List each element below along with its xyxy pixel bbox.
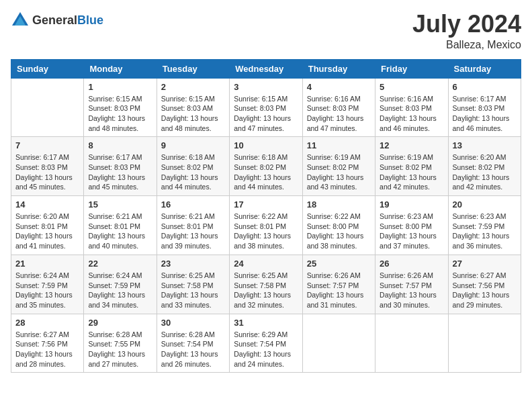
title-block: July 2024 Balleza, Mexico xyxy=(412,11,521,51)
day-number: 18 xyxy=(307,199,371,210)
day-info: Sunrise: 6:25 AMSunset: 7:58 PMDaylight:… xyxy=(161,271,225,310)
calendar-cell: 8Sunrise: 6:17 AMSunset: 8:03 PMDaylight… xyxy=(84,137,157,196)
day-info: Sunrise: 6:20 AMSunset: 8:02 PMDaylight:… xyxy=(453,152,517,192)
day-info: Sunrise: 6:27 AMSunset: 7:56 PMDaylight:… xyxy=(453,271,517,310)
day-info: Sunrise: 6:26 AMSunset: 7:57 PMDaylight:… xyxy=(380,271,443,310)
calendar-cell: 28Sunrise: 6:27 AMSunset: 7:56 PMDayligh… xyxy=(11,314,84,373)
day-info: Sunrise: 6:18 AMSunset: 8:02 PMDaylight:… xyxy=(234,152,298,192)
header-day-saturday: Saturday xyxy=(448,59,521,78)
calendar-cell: 9Sunrise: 6:18 AMSunset: 8:02 PMDaylight… xyxy=(157,137,229,196)
day-number: 2 xyxy=(161,82,225,92)
calendar-cell: 3Sunrise: 6:15 AMSunset: 8:03 PMDaylight… xyxy=(230,78,302,137)
day-info: Sunrise: 6:26 AMSunset: 7:57 PMDaylight:… xyxy=(307,271,371,310)
day-info: Sunrise: 6:24 AMSunset: 7:59 PMDaylight:… xyxy=(15,271,79,310)
day-number: 9 xyxy=(161,140,225,150)
header-day-thursday: Thursday xyxy=(302,59,375,78)
day-number: 15 xyxy=(88,199,152,210)
calendar-cell: 1Sunrise: 6:15 AMSunset: 8:03 PMDaylight… xyxy=(84,78,157,137)
calendar-cell: 27Sunrise: 6:27 AMSunset: 7:56 PMDayligh… xyxy=(448,255,521,314)
day-info: Sunrise: 6:17 AMSunset: 8:03 PMDaylight:… xyxy=(88,152,152,192)
day-info: Sunrise: 6:15 AMSunset: 8:03 PMDaylight:… xyxy=(88,94,152,134)
day-info: Sunrise: 6:28 AMSunset: 7:54 PMDaylight:… xyxy=(161,330,225,369)
day-number: 10 xyxy=(234,140,298,150)
calendar-cell: 18Sunrise: 6:22 AMSunset: 8:00 PMDayligh… xyxy=(302,196,375,255)
day-number: 1 xyxy=(88,82,152,92)
calendar-cell: 11Sunrise: 6:19 AMSunset: 8:02 PMDayligh… xyxy=(302,137,375,196)
logo: GeneralBlue xyxy=(11,11,103,30)
calendar-week-2: 7Sunrise: 6:17 AMSunset: 8:03 PMDaylight… xyxy=(11,137,521,196)
page-header: GeneralBlue July 2024 Balleza, Mexico xyxy=(11,11,521,51)
day-number: 31 xyxy=(234,318,298,328)
day-info: Sunrise: 6:28 AMSunset: 7:55 PMDaylight:… xyxy=(88,330,152,369)
day-number: 8 xyxy=(88,140,152,150)
calendar-cell: 22Sunrise: 6:24 AMSunset: 7:59 PMDayligh… xyxy=(84,255,157,314)
calendar-week-4: 21Sunrise: 6:24 AMSunset: 7:59 PMDayligh… xyxy=(11,255,521,314)
calendar-cell: 29Sunrise: 6:28 AMSunset: 7:55 PMDayligh… xyxy=(84,314,157,373)
day-info: Sunrise: 6:17 AMSunset: 8:03 PMDaylight:… xyxy=(15,152,79,192)
day-number: 5 xyxy=(380,82,443,92)
day-number: 27 xyxy=(453,259,517,269)
day-info: Sunrise: 6:27 AMSunset: 7:56 PMDaylight:… xyxy=(15,330,79,369)
day-info: Sunrise: 6:24 AMSunset: 7:59 PMDaylight:… xyxy=(88,271,152,310)
logo-general: General xyxy=(32,13,77,27)
calendar-week-1: 1Sunrise: 6:15 AMSunset: 8:03 PMDaylight… xyxy=(11,78,521,137)
calendar-cell: 20Sunrise: 6:23 AMSunset: 7:59 PMDayligh… xyxy=(448,196,521,255)
day-number: 28 xyxy=(15,318,79,328)
day-number: 29 xyxy=(88,318,152,328)
calendar-cell: 14Sunrise: 6:20 AMSunset: 8:01 PMDayligh… xyxy=(11,196,84,255)
calendar-cell xyxy=(302,314,375,373)
calendar-cell: 19Sunrise: 6:23 AMSunset: 8:00 PMDayligh… xyxy=(375,196,448,255)
calendar-cell xyxy=(375,314,448,373)
day-info: Sunrise: 6:22 AMSunset: 8:00 PMDaylight:… xyxy=(307,212,371,251)
day-info: Sunrise: 6:23 AMSunset: 7:59 PMDaylight:… xyxy=(453,212,517,251)
calendar-cell: 24Sunrise: 6:25 AMSunset: 7:58 PMDayligh… xyxy=(230,255,302,314)
calendar-cell: 10Sunrise: 6:18 AMSunset: 8:02 PMDayligh… xyxy=(230,137,302,196)
header-day-monday: Monday xyxy=(84,59,157,78)
day-number: 19 xyxy=(380,199,443,210)
day-info: Sunrise: 6:15 AMSunset: 8:03 AMDaylight:… xyxy=(161,94,225,134)
calendar-week-3: 14Sunrise: 6:20 AMSunset: 8:01 PMDayligh… xyxy=(11,196,521,255)
calendar-cell: 2Sunrise: 6:15 AMSunset: 8:03 AMDaylight… xyxy=(157,78,229,137)
header-day-friday: Friday xyxy=(375,59,448,78)
header-day-wednesday: Wednesday xyxy=(230,59,302,78)
calendar-cell: 31Sunrise: 6:29 AMSunset: 7:54 PMDayligh… xyxy=(230,314,302,373)
day-number: 6 xyxy=(453,82,517,92)
day-info: Sunrise: 6:16 AMSunset: 8:03 PMDaylight:… xyxy=(380,94,443,134)
day-info: Sunrise: 6:22 AMSunset: 8:01 PMDaylight:… xyxy=(234,212,298,251)
day-number: 7 xyxy=(15,140,79,150)
calendar-cell: 4Sunrise: 6:16 AMSunset: 8:03 PMDaylight… xyxy=(302,78,375,137)
day-number: 23 xyxy=(161,259,225,269)
day-info: Sunrise: 6:16 AMSunset: 8:03 PMDaylight:… xyxy=(307,94,371,134)
calendar-cell: 23Sunrise: 6:25 AMSunset: 7:58 PMDayligh… xyxy=(157,255,229,314)
calendar-week-5: 28Sunrise: 6:27 AMSunset: 7:56 PMDayligh… xyxy=(11,314,521,373)
logo-icon xyxy=(11,11,30,30)
day-number: 4 xyxy=(307,82,371,92)
day-info: Sunrise: 6:29 AMSunset: 7:54 PMDaylight:… xyxy=(234,330,298,369)
calendar-table: SundayMondayTuesdayWednesdayThursdayFrid… xyxy=(11,59,521,373)
calendar-cell: 25Sunrise: 6:26 AMSunset: 7:57 PMDayligh… xyxy=(302,255,375,314)
day-info: Sunrise: 6:17 AMSunset: 8:03 PMDaylight:… xyxy=(453,94,517,134)
day-info: Sunrise: 6:25 AMSunset: 7:58 PMDaylight:… xyxy=(234,271,298,310)
calendar-cell xyxy=(448,314,521,373)
day-number: 20 xyxy=(453,199,517,210)
day-number: 16 xyxy=(161,199,225,210)
location: Balleza, Mexico xyxy=(412,39,521,51)
calendar-header-row: SundayMondayTuesdayWednesdayThursdayFrid… xyxy=(11,59,521,78)
calendar-cell: 26Sunrise: 6:26 AMSunset: 7:57 PMDayligh… xyxy=(375,255,448,314)
day-number: 11 xyxy=(307,140,371,150)
day-number: 14 xyxy=(15,199,79,210)
day-number: 22 xyxy=(88,259,152,269)
calendar-cell: 15Sunrise: 6:21 AMSunset: 8:01 PMDayligh… xyxy=(84,196,157,255)
calendar-cell: 12Sunrise: 6:19 AMSunset: 8:02 PMDayligh… xyxy=(375,137,448,196)
day-info: Sunrise: 6:18 AMSunset: 8:02 PMDaylight:… xyxy=(161,152,225,192)
calendar-cell: 13Sunrise: 6:20 AMSunset: 8:02 PMDayligh… xyxy=(448,137,521,196)
day-number: 3 xyxy=(234,82,298,92)
logo-text: GeneralBlue xyxy=(32,13,103,28)
day-info: Sunrise: 6:20 AMSunset: 8:01 PMDaylight:… xyxy=(15,212,79,251)
day-info: Sunrise: 6:23 AMSunset: 8:00 PMDaylight:… xyxy=(380,212,443,251)
day-number: 25 xyxy=(307,259,371,269)
day-info: Sunrise: 6:21 AMSunset: 8:01 PMDaylight:… xyxy=(161,212,225,251)
day-info: Sunrise: 6:19 AMSunset: 8:02 PMDaylight:… xyxy=(307,152,371,192)
calendar-cell: 16Sunrise: 6:21 AMSunset: 8:01 PMDayligh… xyxy=(157,196,229,255)
calendar-cell: 21Sunrise: 6:24 AMSunset: 7:59 PMDayligh… xyxy=(11,255,84,314)
